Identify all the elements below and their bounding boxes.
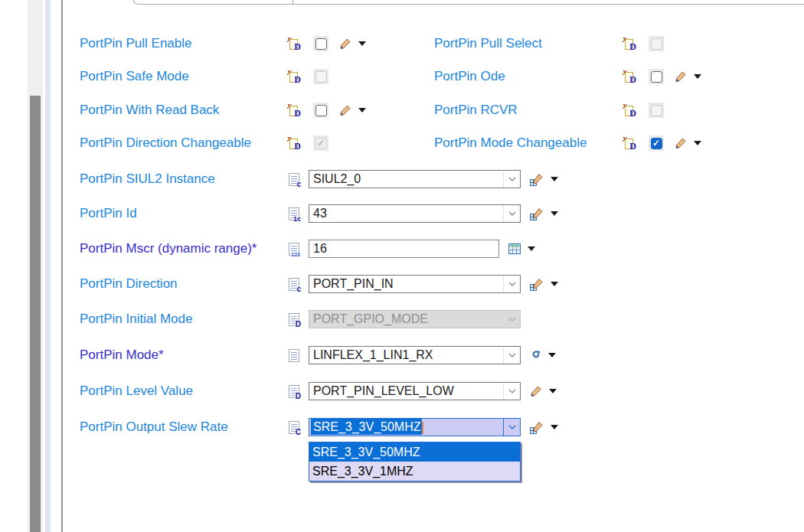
field-label-mode: PortPin Mode* xyxy=(80,347,164,364)
xd-origin-icon xyxy=(287,103,300,117)
chevron-down-icon[interactable] xyxy=(503,383,520,400)
field-label-output-slew-rate: PortPin Output Slew Rate xyxy=(80,419,228,436)
field-label-rcvr: PortPin RCVR xyxy=(434,102,518,119)
checkbox-box xyxy=(651,38,662,50)
direction-changeable-checkbox xyxy=(313,135,328,151)
field-label-id: PortPin Id xyxy=(80,205,137,222)
pencil-icon[interactable] xyxy=(530,385,542,397)
mode-combobox[interactable]: LINFLEX_1_LIN1_RX xyxy=(309,346,521,364)
pull-select-widgets xyxy=(623,34,664,53)
doc-c-icon xyxy=(289,173,299,186)
field-label-with-read-back: PortPin With Read Back xyxy=(80,102,219,119)
initial-mode-combobox: PORT_GPIO_MODE xyxy=(309,310,521,328)
pencil-grid-icon[interactable] xyxy=(530,207,544,220)
checkbox-box[interactable] xyxy=(315,105,327,116)
doc-123-icon xyxy=(289,243,299,256)
chevron-down-icon[interactable] xyxy=(503,347,520,364)
checkbox-box[interactable] xyxy=(651,71,662,83)
field-label-direction-changeable: PortPin Direction Changeable xyxy=(80,135,251,152)
siul2-instance-combobox[interactable]: SIUL2_0 xyxy=(309,170,521,188)
doc-d-icon xyxy=(289,385,299,398)
ode-checkbox[interactable] xyxy=(649,69,664,84)
mode-changeable-widgets xyxy=(623,134,701,152)
field-label-siul2-instance: PortPin SIUL2 Instance xyxy=(80,171,215,188)
combo-value[interactable]: SRE_3_3V_50MHZ xyxy=(309,419,503,436)
triangle-down-icon[interactable] xyxy=(358,41,366,46)
form-content: PortPin Pull Enable PortPin Pull Select … xyxy=(63,0,804,532)
pencil-icon[interactable] xyxy=(675,70,687,83)
triangle-down-icon[interactable] xyxy=(548,353,556,357)
field-label-pull-select: PortPin Pull Select xyxy=(434,35,542,52)
doc-1c-icon xyxy=(289,207,299,220)
triangle-down-icon[interactable] xyxy=(551,211,558,216)
triangle-down-icon[interactable] xyxy=(549,389,557,393)
xd-origin-icon xyxy=(623,136,636,150)
vertical-scrollbar-thumb[interactable] xyxy=(30,96,41,532)
chevron-down-icon[interactable] xyxy=(503,419,520,436)
triangle-down-icon[interactable] xyxy=(528,246,535,251)
initial-mode-widgets: PORT_GPIO_MODE xyxy=(289,310,521,328)
checkbox-box[interactable] xyxy=(651,138,662,149)
triangle-down-icon[interactable] xyxy=(694,74,701,79)
selected-text[interactable]: SRE_3_3V_50MHZ xyxy=(311,419,422,435)
triangle-down-icon[interactable] xyxy=(551,425,558,429)
doc-d-icon xyxy=(289,313,299,326)
xd-origin-icon xyxy=(287,136,300,150)
doc-c-cap-icon xyxy=(289,421,299,434)
safe-mode-checkbox xyxy=(313,69,328,84)
checkbox-box xyxy=(315,138,327,149)
combo-value: PORT_GPIO_MODE xyxy=(309,311,504,328)
xd-origin-icon xyxy=(623,70,636,83)
safe-mode-widgets xyxy=(287,67,328,86)
dropdown-option[interactable]: SRE_3_3V_1MHZ xyxy=(309,462,520,481)
calculator-icon[interactable] xyxy=(508,243,521,254)
pencil-grid-icon[interactable] xyxy=(530,421,544,434)
pencil-icon[interactable] xyxy=(675,137,687,149)
triangle-down-icon[interactable] xyxy=(551,282,558,286)
id-combobox[interactable]: 43 xyxy=(309,204,521,223)
field-label-pull-enable: PortPin Pull Enable xyxy=(80,35,191,52)
direction-changeable-widgets xyxy=(287,134,328,152)
mode-widgets: LINFLEX_1_LIN1_RX xyxy=(289,346,556,364)
dropdown-option[interactable]: SRE_3_3V_50MHZ xyxy=(309,442,520,462)
with-read-back-checkbox[interactable] xyxy=(313,103,328,118)
xd-origin-icon xyxy=(287,70,300,83)
combo-value[interactable]: PORT_PIN_IN xyxy=(309,276,503,292)
checkbox-box[interactable] xyxy=(315,38,327,50)
mscr-input[interactable]: 16 xyxy=(309,240,499,258)
refresh-icon[interactable] xyxy=(530,350,541,361)
combo-value[interactable]: LINFLEX_1_LIN1_RX xyxy=(309,347,503,364)
field-label-mscr: PortPin Mscr (dynamic range)* xyxy=(80,240,257,257)
combo-value[interactable]: 43 xyxy=(309,205,503,222)
triangle-down-icon[interactable] xyxy=(358,108,366,113)
level-value-widgets: PORT_PIN_LEVEL_LOW xyxy=(289,382,557,400)
chevron-down-icon[interactable] xyxy=(503,205,520,222)
chevron-down-icon[interactable] xyxy=(503,171,520,188)
level-value-combobox[interactable]: PORT_PIN_LEVEL_LOW xyxy=(309,382,521,400)
field-label-mode-changeable: PortPin Mode Changeable xyxy=(434,135,587,152)
direction-combobox[interactable]: PORT_PIN_IN xyxy=(309,275,521,293)
xd-origin-icon xyxy=(623,37,636,51)
triangle-down-icon[interactable] xyxy=(694,141,701,145)
output-slew-rate-combobox[interactable]: SRE_3_3V_50MHZ xyxy=(309,418,521,436)
panel-accent-strip xyxy=(45,0,51,532)
mscr-widgets: 16 xyxy=(289,240,535,258)
rcvr-checkbox xyxy=(649,103,664,118)
chevron-down-icon xyxy=(504,311,520,328)
doc-plain-icon xyxy=(289,349,299,362)
config-form-panel: PortPin Pull Enable PortPin Pull Select … xyxy=(0,0,804,532)
mode-changeable-checkbox[interactable] xyxy=(649,135,664,151)
combo-value[interactable]: PORT_PIN_LEVEL_LOW xyxy=(309,383,503,400)
chevron-down-icon[interactable] xyxy=(503,276,520,292)
pencil-icon[interactable] xyxy=(339,104,351,116)
pencil-grid-icon[interactable] xyxy=(530,278,544,291)
triangle-down-icon[interactable] xyxy=(551,177,558,181)
combo-value[interactable]: SIUL2_0 xyxy=(309,171,503,188)
siul2-instance-widgets: SIUL2_0 xyxy=(289,170,558,188)
pull-enable-checkbox[interactable] xyxy=(313,36,328,51)
pencil-grid-icon[interactable] xyxy=(530,173,544,186)
checkbox-box xyxy=(315,71,327,83)
pull-select-checkbox xyxy=(649,36,664,51)
output-slew-rate-widgets: SRE_3_3V_50MHZ xyxy=(289,418,558,436)
pencil-icon[interactable] xyxy=(339,38,351,50)
